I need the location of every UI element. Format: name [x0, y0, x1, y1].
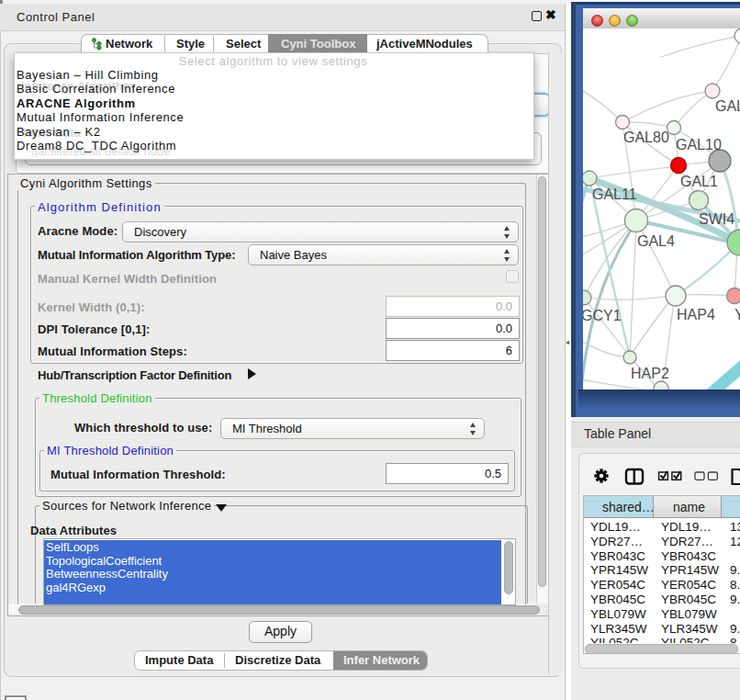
svg-text:GCY1: GCY1	[583, 308, 622, 323]
svg-text:HAP4: HAP4	[677, 307, 715, 322]
svg-text:HAP2: HAP2	[631, 366, 669, 381]
svg-text:GAL7: GAL7	[715, 98, 740, 114]
svg-text:GAL10: GAL10	[676, 137, 722, 152]
svg-text:GAL11: GAL11	[592, 186, 637, 202]
svg-text:GAL1: GAL1	[680, 174, 718, 189]
svg-text:GAL80: GAL80	[623, 130, 669, 145]
svg-text:SWI4: SWI4	[699, 211, 734, 227]
svg-text:YEL0: YEL0	[734, 307, 740, 322]
svg-text:GAL4: GAL4	[637, 233, 675, 249]
